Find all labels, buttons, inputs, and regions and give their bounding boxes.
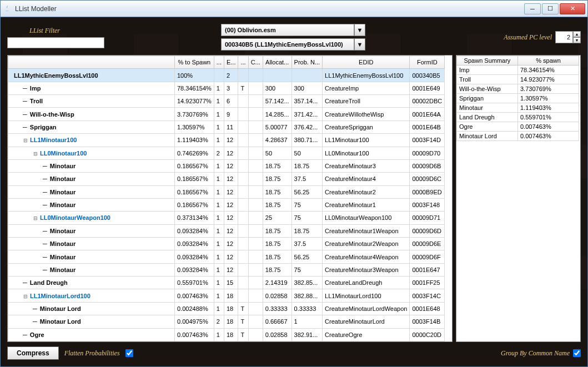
compress-button[interactable]: Compress [7, 346, 59, 360]
main-col-header[interactable]: Prob. N... [292, 56, 322, 69]
cell: 12 [224, 134, 238, 147]
pclevel-up[interactable]: ▲ [573, 31, 581, 37]
minimize-button[interactable]: ─ [524, 3, 541, 14]
cell: 0.186567% [175, 185, 214, 198]
summary-col-header[interactable]: Spawn Summary [457, 56, 518, 66]
summary-row[interactable]: Minotaur1.119403% [457, 103, 579, 113]
summary-row[interactable]: Troll14.923077% [457, 75, 579, 84]
tree-item-label[interactable]: LL1MinotaurLord100 [30, 293, 91, 299]
cell [263, 69, 292, 82]
table-row[interactable]: ─ Minotaur0.186567%11218.7556.25Creature… [8, 185, 445, 198]
tree-toggle[interactable]: ⊟ [23, 294, 28, 299]
tree-item-label: Ogre [29, 331, 44, 338]
main-col-header[interactable]: FormID [410, 56, 445, 69]
table-row[interactable]: ─ Minotaur0.093284%11218.7575CreatureMin… [8, 263, 445, 276]
table-row[interactable]: ⊟ LL0MinotaurWeapon1000.373134%1122575LL… [8, 212, 445, 224]
plugin-dropdown[interactable]: (00) Oblivion.esm [221, 24, 354, 36]
table-row[interactable]: ─ Minotaur0.093284%11218.7518.75Creature… [8, 224, 445, 237]
tree-item-label: Minotaur [49, 189, 76, 195]
cell: 1 [214, 134, 224, 147]
pclevel-input[interactable] [555, 31, 573, 43]
cell: CreatureMinotaur1Weapon [323, 224, 410, 237]
list-dropdown-button[interactable]: ▼ [354, 38, 365, 51]
cell: 0.093284% [175, 263, 214, 276]
cell: 1.30597% [175, 120, 214, 133]
table-row[interactable]: ⊟ LL1MinotaurLord1000.007463%1180.028583… [8, 289, 445, 302]
flatten-checkbox[interactable] [125, 349, 133, 357]
cell: 357.14... [292, 95, 322, 108]
tree-item-label: Minotaur [49, 175, 76, 182]
pclevel-down[interactable]: ▼ [573, 37, 581, 43]
main-col-header[interactable]: E... [224, 56, 238, 69]
table-row[interactable]: ─ Minotaur0.093284%11218.7537.5CreatureM… [8, 238, 445, 250]
table-row[interactable]: ─ Minotaur0.093284%11218.7556.25Creature… [8, 250, 445, 263]
cell [238, 263, 248, 276]
close-button[interactable]: ✕ [560, 3, 585, 14]
summary-row[interactable]: Spriggan1.30597% [457, 94, 579, 103]
table-row[interactable]: LL1MythicEnemyBossLvl100100%2LL1MythicEn… [8, 69, 445, 82]
main-col-header[interactable]: % to Spawn [175, 56, 214, 69]
table-row[interactable]: ─ Minotaur0.186567%11218.7575CreatureMin… [8, 198, 445, 211]
cell: T [238, 302, 248, 315]
main-col-header[interactable]: EDID [323, 56, 410, 69]
list-dropdown[interactable]: 000340B5 (LL1MythicEnemyBossLvl100) [221, 38, 354, 51]
tree-toggle[interactable]: ⊟ [23, 138, 28, 143]
cell [248, 95, 263, 108]
tree-item-label: Minotaur [49, 202, 76, 208]
table-row[interactable]: ─ Will-o-the-Wisp3.730769%1914.285...371… [8, 108, 445, 120]
table-row[interactable]: ─ Minotaur0.186567%11218.7537.5CreatureM… [8, 173, 445, 185]
cell: 100% [175, 69, 214, 82]
maximize-button[interactable]: ☐ [542, 3, 559, 14]
summary-pct: 1.119403% [518, 103, 579, 113]
tree-item-label[interactable]: LL0Minotaur100 [40, 150, 87, 157]
summary-row[interactable]: Minotaur Lord0.007463% [457, 132, 579, 141]
table-row[interactable]: ⊟ LL1Minotaur1001.119403%1124.28637380.7… [8, 134, 445, 147]
table-row[interactable]: ─ Troll14.923077%1657.142...357.14...Cre… [8, 95, 445, 108]
table-row[interactable]: ─ Minotaur Lord0.004975%218T0.666671Crea… [8, 315, 445, 328]
table-row[interactable]: ─ Minotaur0.186567%11218.7518.75Creature… [8, 159, 445, 172]
main-table[interactable]: % to Spawn...E......C...Allocat...Prob. … [7, 55, 453, 342]
tree-item-label[interactable]: LL0MinotaurWeapon100 [40, 214, 110, 221]
summary-pct: 14.923077% [518, 75, 579, 84]
main-col-header[interactable]: ... [214, 56, 224, 69]
cell [248, 108, 263, 120]
table-row[interactable]: ⊟ LL0Minotaur1000.746269%2125050LL0Minot… [8, 147, 445, 159]
cell: 380.71... [292, 134, 322, 147]
plugin-dropdown-button[interactable]: ▼ [354, 24, 365, 36]
cell: 1 [214, 302, 224, 315]
summary-row[interactable]: Will-o-the-Wisp3.730769% [457, 84, 579, 94]
cell: CreatureMinotaur4 [323, 173, 410, 185]
cell: CreatureWillotheWisp [323, 108, 410, 120]
main-col-header[interactable]: C... [248, 56, 263, 69]
summary-row[interactable]: Land Dreugh0.559701% [457, 113, 579, 122]
cell: 14.923077% [175, 95, 214, 108]
tree-toggle[interactable]: ⊟ [33, 215, 38, 221]
cell: 0.33333 [292, 302, 322, 315]
cell: 0001E647 [410, 263, 445, 276]
summary-pct: 3.730769% [518, 84, 579, 94]
group-checkbox[interactable] [573, 349, 581, 357]
main-col-header[interactable] [8, 56, 175, 69]
table-row[interactable]: ─ Ogre0.007463%118T0.02858382.91...Creat… [8, 328, 445, 341]
filter-input[interactable] [7, 37, 104, 48]
table-row[interactable]: ─ Spriggan1.30597%1115.00077376.42...Cre… [8, 120, 445, 133]
table-row[interactable]: ─ Land Dreugh0.559701%1152.14319382.85..… [8, 276, 445, 289]
cell [238, 224, 248, 237]
tree-item-label[interactable]: LL1Minotaur100 [30, 137, 77, 143]
cell: 1 [214, 238, 224, 250]
cell: LL1MythicEnemyBossLvl100 [323, 69, 410, 82]
summary-table[interactable]: Spawn Summary% spawnImp78.346154%Troll14… [456, 55, 581, 342]
summary-col-header[interactable]: % spawn [518, 56, 579, 66]
tree-toggle[interactable]: ⊟ [33, 151, 38, 157]
cell: 0.373134% [175, 212, 214, 224]
summary-row[interactable]: Ogre0.007463% [457, 122, 579, 132]
table-row[interactable]: ─ Minotaur Lord0.002488%118T0.333330.333… [8, 302, 445, 315]
table-row[interactable]: ─ Imp78.346154%13T300300CreatureImp0001E… [8, 82, 445, 94]
cell: T [238, 328, 248, 341]
summary-row[interactable]: Imp78.346154% [457, 66, 579, 75]
tree-item-label: Minotaur [49, 240, 76, 247]
summary-name: Ogre [457, 122, 518, 132]
main-col-header[interactable]: ... [238, 56, 248, 69]
main-col-header[interactable]: Allocat... [263, 56, 292, 69]
cell: 0.093284% [175, 224, 214, 237]
